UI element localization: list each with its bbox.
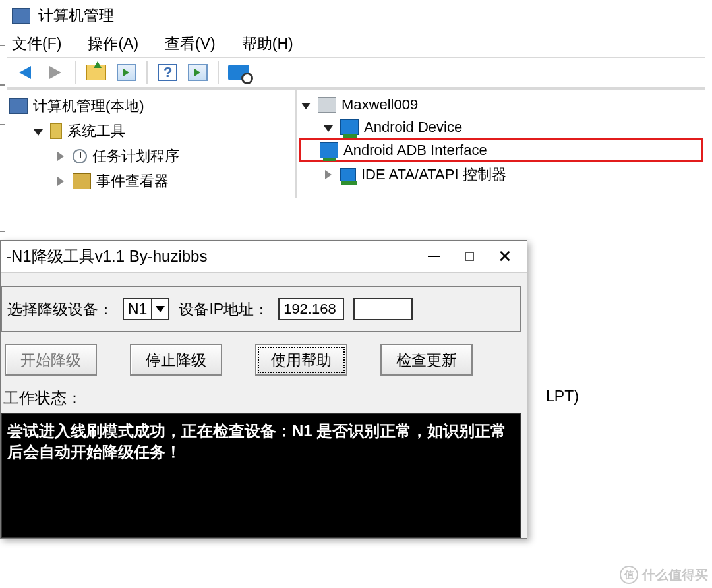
maximize-button[interactable] <box>452 245 487 268</box>
arrow-right-icon <box>49 66 61 79</box>
window-title: 计算机管理 <box>38 5 114 26</box>
ip-label: 设备IP地址： <box>179 299 269 320</box>
dialog-title-bar[interactable]: -N1降级工具v1.1 By-huzibbs ✕ <box>1 241 527 273</box>
device-selection-frame: 选择降级设备： N1 设备IP地址： 192.168 <box>1 286 521 332</box>
device-root[interactable]: Maxwell009 <box>299 94 703 116</box>
computer-icon <box>9 98 28 114</box>
toolbar-separator <box>146 61 148 84</box>
nav-back-button[interactable] <box>12 61 38 84</box>
ruler-tick <box>0 231 5 232</box>
pane-icon <box>117 64 136 81</box>
chevron-down-icon[interactable] <box>299 102 312 108</box>
dropdown-arrow-icon <box>151 299 168 319</box>
device-ide-category[interactable]: IDE ATA/ATAPI 控制器 <box>299 162 703 187</box>
chevron-down-icon[interactable] <box>322 124 335 131</box>
device-select[interactable]: N1 <box>123 298 169 320</box>
downgrade-tool-dialog: -N1降级工具v1.1 By-huzibbs ✕ 选择降级设备： N1 设备IP… <box>0 240 527 539</box>
menu-file[interactable]: 文件(F) <box>12 34 61 54</box>
tree-system-tools[interactable]: 系统工具 <box>9 119 293 144</box>
toolbar <box>7 57 705 88</box>
properties-button[interactable] <box>113 61 140 84</box>
ip-input-value: 192.168 <box>283 301 336 318</box>
select-device-label: 选择降级设备： <box>7 299 113 320</box>
dialog-body: 选择降级设备： N1 设备IP地址： 192.168 开始降级 停止降级 使用帮… <box>1 273 527 538</box>
event-viewer-icon <box>73 173 91 189</box>
help-icon <box>158 64 177 81</box>
tree-label: Android Device <box>364 119 462 136</box>
watermark-badge-icon: 值 <box>620 566 638 584</box>
minimize-button[interactable] <box>416 245 452 268</box>
tree-event-viewer[interactable]: 事件查看器 <box>9 169 293 194</box>
monitor-search-icon <box>228 65 249 80</box>
ip-input-part2[interactable] <box>353 298 413 320</box>
arrow-left-icon <box>19 66 31 79</box>
right-tree-pane: Maxwell009 Android Device Android ADB In… <box>297 90 705 198</box>
status-console: 尝试进入线刷模式成功，正在检查设备：N1 是否识别正常，如识别正常后会自动开始降… <box>1 413 521 538</box>
tree-label: 任务计划程序 <box>92 146 179 166</box>
tree-label: 事件查看器 <box>96 171 169 191</box>
menu-bar: 文件(F) 操作(A) 查看(V) 帮助(H) <box>7 28 705 57</box>
watermark-text: 什么值得买 <box>642 566 708 584</box>
ruler-tick <box>0 124 5 125</box>
pc-icon <box>318 97 336 113</box>
ip-input-part1[interactable]: 192.168 <box>278 298 344 320</box>
device-adb-interface[interactable]: Android ADB Interface <box>299 138 703 162</box>
device-android-category[interactable]: Android Device <box>299 116 703 138</box>
chevron-right-icon[interactable] <box>322 170 335 179</box>
minimize-icon <box>428 256 440 257</box>
nav-forward-button[interactable] <box>42 61 69 84</box>
device-select-value: N1 <box>124 301 151 318</box>
view-button[interactable] <box>185 61 211 84</box>
scan-button[interactable] <box>225 61 252 84</box>
ruler-tick <box>0 84 5 86</box>
computer-icon <box>12 8 30 24</box>
window-title-bar: 计算机管理 <box>7 0 705 28</box>
pane-run-icon <box>188 64 208 81</box>
close-button[interactable]: ✕ <box>487 245 523 268</box>
dialog-title: -N1降级工具v1.1 By-huzibbs <box>6 246 416 267</box>
tools-icon <box>50 123 62 139</box>
computer-management-window: 计算机管理 文件(F) 操作(A) 查看(V) 帮助(H) 计算机管理(本地) <box>7 0 705 198</box>
menu-help[interactable]: 帮助(H) <box>242 34 293 54</box>
folder-up-icon <box>86 65 106 80</box>
left-tree-pane: 计算机管理(本地) 系统工具 任务计划程序 事件查看器 <box>7 90 297 198</box>
monitor-chip-icon <box>320 142 338 158</box>
tree-label: 计算机管理(本地) <box>33 96 144 116</box>
status-label: 工作状态： <box>1 385 527 413</box>
menu-action[interactable]: 操作(A) <box>88 34 138 54</box>
start-downgrade-button[interactable]: 开始降级 <box>5 344 97 376</box>
chevron-down-icon[interactable] <box>32 128 45 134</box>
tree-label: IDE ATA/ATAPI 控制器 <box>361 165 506 185</box>
close-icon: ✕ <box>498 247 512 267</box>
button-row: 开始降级 停止降级 使用帮助 检查更新 <box>1 344 527 385</box>
menu-view[interactable]: 查看(V) <box>165 34 216 54</box>
stop-downgrade-button[interactable]: 停止降级 <box>130 344 222 376</box>
toolbar-separator <box>218 61 219 84</box>
maximize-icon <box>465 252 474 261</box>
monitor-chip-icon <box>340 119 359 135</box>
usage-help-button[interactable]: 使用帮助 <box>255 344 347 376</box>
check-update-button[interactable]: 检查更新 <box>380 344 473 376</box>
up-folder-button[interactable] <box>83 61 109 84</box>
tree-label: Android ADB Interface <box>343 142 487 159</box>
tree-label: Maxwell009 <box>341 96 418 113</box>
device-ports-partial: LPT) <box>546 388 579 405</box>
tree-root-local[interactable]: 计算机管理(本地) <box>9 94 293 119</box>
clock-icon <box>73 149 87 163</box>
watermark: 值 什么值得买 <box>620 566 708 584</box>
ruler-tick <box>0 45 5 46</box>
chevron-right-icon[interactable] <box>54 177 67 186</box>
chevron-right-icon[interactable] <box>54 152 67 161</box>
tree-task-scheduler[interactable]: 任务计划程序 <box>9 144 293 169</box>
split-panes: 计算机管理(本地) 系统工具 任务计划程序 事件查看器 <box>7 88 705 198</box>
ide-controller-icon <box>340 168 356 181</box>
console-text: 尝试进入线刷模式成功，正在检查设备：N1 是否识别正常，如识别正常后会自动开始降… <box>7 422 506 461</box>
toolbar-separator <box>75 61 76 84</box>
help-button[interactable] <box>154 61 181 84</box>
tree-label: 系统工具 <box>67 121 125 141</box>
